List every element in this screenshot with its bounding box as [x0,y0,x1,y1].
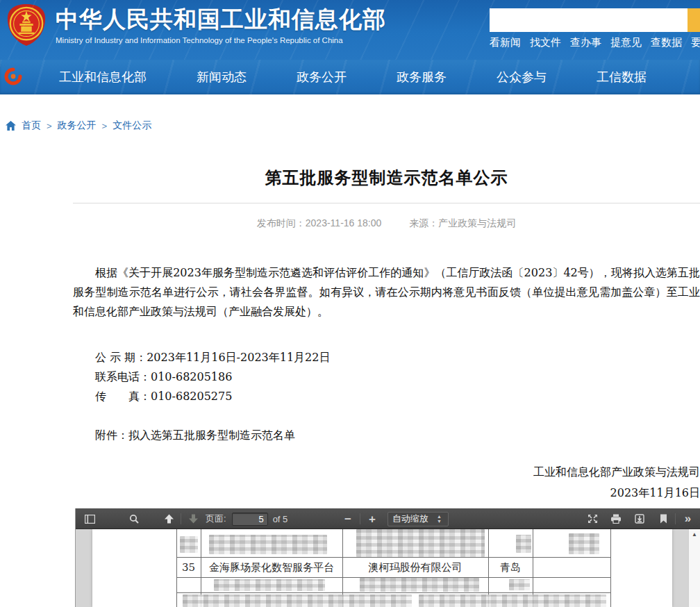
redacted-cell [419,594,606,607]
pdf-toolbar: 页面: of 5 − + 自动缩放 ▲▼ [76,508,700,529]
arrow-up-icon [164,514,174,524]
page-total: of 5 [273,514,288,524]
bookmark-button[interactable] [655,510,672,527]
article-source: 来源：产业政策与法规司 [409,217,516,228]
article-body: 根据《关于开展2023年服务型制造示范遴选和评估评价工作的通知》（工信厅政法函〔… [73,263,700,504]
publish-time: 发布时间：2023-11-16 18:00 [257,217,382,228]
info-block: 公 示 期：2023年11月16日-2023年11月22日 联系电话：010-6… [73,348,700,406]
attachment-link[interactable]: 拟入选第五批服务型制造示范名单 [128,429,295,442]
signature-org: 工业和信息化部产业政策与法规司 [73,462,700,483]
home-icon [6,121,16,131]
scroll-up-icon[interactable]: ▲ [692,531,697,538]
redacted-cell [180,536,198,553]
national-emblem-icon [6,3,47,47]
page-number-input[interactable] [232,513,268,526]
quick-link-files[interactable]: 找文件 [530,36,561,49]
pdf-page: 35 金海豚场景化数智服务平台 澳柯玛股份有限公司 青岛 [92,529,672,607]
redacted-cell [214,579,325,591]
signature-block: 工业和信息化部产业政策与法规司 2023年11月16日 [73,462,700,504]
zoom-out-button[interactable]: − [340,510,356,527]
minus-icon: − [344,513,351,525]
breadcrumb-separator: > [47,121,52,131]
next-page-button[interactable] [185,510,201,527]
search-icon [129,514,139,524]
signature-date: 2023年11月16日 [73,483,700,504]
download-icon [635,514,644,524]
site-header: 中华人民共和国工业和信息化部 Ministry of Industry and … [0,0,700,60]
table-cell-city: 青岛 [488,561,533,574]
pdf-content-area: 35 金海豚场景化数智服务平台 澳柯玛股份有限公司 青岛 ▲ [76,529,700,607]
select-arrows-icon: ▲▼ [437,514,442,524]
table-cell-project: 金海豚场景化数智服务平台 [201,561,342,574]
download-button[interactable] [631,510,648,527]
chevron-double-right-icon: » [685,512,690,526]
redacted-cell [183,594,412,607]
article: 第五批服务型制造示范名单公示 发布时间：2023-11-16 18:00 来源：… [73,167,700,504]
search-button[interactable] [688,8,700,32]
nav-item-miit[interactable]: 工业和信息化部 [59,69,147,85]
redacted-cell [509,579,530,590]
breadcrumb-gov-open[interactable]: 政务公开 [58,119,97,132]
pdf-scrollbar[interactable]: ▲ [688,529,700,607]
nav-item-gov-service[interactable]: 政务服务 [397,69,447,85]
zoom-scale-select[interactable]: 自动缩放 ▲▼ [388,512,449,526]
find-button[interactable] [126,510,142,527]
redacted-cell [569,533,599,554]
sidebar-toggle-icon [85,515,95,524]
article-paragraph: 根据《关于开展2023年服务型制造示范遴选和评估评价工作的通知》（工信厅政法函〔… [73,263,700,322]
redacted-cell [209,535,327,554]
quick-link-feedback[interactable]: 提意见 [610,36,642,49]
article-meta: 发布时间：2023-11-16 18:00 来源：产业政策与法规司 [73,217,700,230]
page-label: 页面: [206,513,226,525]
quick-links: 看新闻 找文件 查办事 提意见 查数据 要 [490,36,700,49]
printer-icon [610,514,622,524]
table-border [176,557,610,558]
table-cell-company: 澳柯玛股份有限公司 [342,561,488,574]
fax-number: 传 真：010-68205275 [95,387,700,406]
zoom-in-button[interactable]: + [364,510,381,527]
nav-item-participation[interactable]: 公众参与 [497,69,547,85]
site-title-en: Ministry of Industry and Information Tec… [56,35,386,46]
contact-phone: 联系电话：010-68205186 [95,367,700,387]
quick-link-data[interactable]: 查数据 [651,36,682,49]
breadcrumb: 首页 > 政务公开 > 文件公示 [6,119,700,132]
table-border [176,592,610,593]
breadcrumb-home[interactable]: 首页 [22,119,41,132]
main-nav: 工业和信息化部 新闻动态 政务公开 政务服务 公众参与 工信数据 [0,60,700,94]
previous-page-button[interactable] [160,510,177,527]
breadcrumb-separator: > [102,121,108,131]
quick-link-clipped[interactable]: 要 [691,36,700,49]
attachment-label: 附件： [95,429,128,442]
table-cell-no: 35 [176,561,201,574]
nav-items: 工业和信息化部 新闻动态 政务公开 政务服务 公众参与 工信数据 [59,60,647,94]
more-tools-button[interactable]: » [679,510,696,527]
pdf-viewer: 页面: of 5 − + 自动缩放 ▲▼ [75,508,700,607]
redacted-cell [360,578,479,592]
print-button[interactable] [608,510,624,527]
nav-item-data[interactable]: 工信数据 [597,69,647,85]
fullscreen-icon [588,514,598,524]
site-title-cn: 中华人民共和国工业和信息化部 [56,6,386,33]
zoom-scale-value: 自动缩放 [392,513,428,525]
sidebar-toggle-button[interactable] [81,510,98,527]
quick-link-services[interactable]: 查办事 [570,36,601,49]
gov-e-logo-icon [4,67,22,85]
redacted-cell [356,529,485,557]
nav-item-news[interactable]: 新闻动态 [197,69,247,85]
redacted-cell [516,535,531,553]
bookmark-icon [660,514,667,524]
attachment-line: 附件：拟入选第五批服务型制造示范名单 [73,426,700,445]
quick-link-news[interactable]: 看新闻 [490,36,521,49]
search-input[interactable] [490,8,688,32]
presentation-mode-button[interactable] [584,510,601,527]
title-divider [73,203,700,203]
plus-icon: + [369,513,376,525]
site-brand: 中华人民共和国工业和信息化部 Ministry of Industry and … [56,6,386,46]
nav-item-gov-open[interactable]: 政务公开 [297,69,347,85]
public-notice-period: 公 示 期：2023年11月16日-2023年11月22日 [95,348,700,367]
breadcrumb-file-notice[interactable]: 文件公示 [112,119,151,132]
table-border [610,529,611,607]
arrow-down-icon [188,514,199,524]
page-title: 第五批服务型制造示范名单公示 [73,167,700,189]
